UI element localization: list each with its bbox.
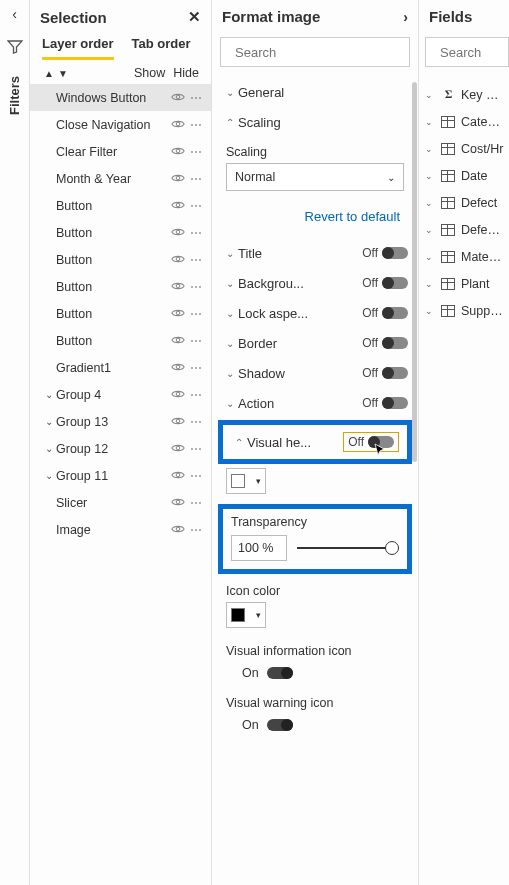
close-icon[interactable]: ✕: [188, 8, 201, 26]
more-options-icon[interactable]: ⋯: [187, 388, 205, 402]
more-options-icon[interactable]: ⋯: [187, 469, 205, 483]
tab-layer-order[interactable]: Layer order: [42, 36, 114, 60]
more-options-icon[interactable]: ⋯: [187, 523, 205, 537]
move-up-icon[interactable]: ▲: [42, 68, 56, 79]
layer-row[interactable]: Close Navigation⋯: [30, 111, 211, 138]
visibility-icon[interactable]: [169, 172, 187, 186]
field-row[interactable]: ⌄Material: [423, 243, 505, 270]
layer-row[interactable]: ⌄Group 11⋯: [30, 462, 211, 489]
shadow-toggle[interactable]: [382, 367, 408, 379]
field-row[interactable]: ⌄Date: [423, 162, 505, 189]
more-options-icon[interactable]: ⋯: [187, 91, 205, 105]
visual-warning-icon-toggle[interactable]: [267, 719, 293, 731]
more-options-icon[interactable]: ⋯: [187, 334, 205, 348]
more-options-icon[interactable]: ⋯: [187, 280, 205, 294]
revert-to-default-button[interactable]: Revert to default: [218, 199, 412, 238]
background-color-picker[interactable]: ▾: [226, 468, 266, 494]
section-general[interactable]: ⌄ General: [218, 77, 412, 107]
layer-row[interactable]: ⌄Group 4⋯: [30, 381, 211, 408]
tab-tab-order[interactable]: Tab order: [132, 36, 191, 60]
fields-search[interactable]: [425, 37, 509, 67]
more-options-icon[interactable]: ⋯: [187, 496, 205, 510]
collapse-selection-icon[interactable]: ‹: [12, 6, 17, 22]
section-scaling[interactable]: ⌃ Scaling: [218, 107, 412, 137]
field-row[interactable]: ⌄Cost/Hr: [423, 135, 505, 162]
section-background[interactable]: ⌄ Backgrou... Off: [218, 268, 412, 298]
more-options-icon[interactable]: ⋯: [187, 226, 205, 240]
transparency-input[interactable]: 100 %: [231, 535, 287, 561]
layer-row[interactable]: Month & Year⋯: [30, 165, 211, 192]
field-row[interactable]: ⌄DefectTy: [423, 216, 505, 243]
visibility-icon[interactable]: [169, 388, 187, 402]
more-options-icon[interactable]: ⋯: [187, 172, 205, 186]
field-row[interactable]: ⌄𝚺Key Mea: [423, 81, 505, 108]
icon-color-picker[interactable]: ▾: [226, 602, 266, 628]
layer-row[interactable]: Button⋯: [30, 273, 211, 300]
visibility-icon[interactable]: [169, 442, 187, 456]
layer-row[interactable]: Image⋯: [30, 516, 211, 543]
layer-row[interactable]: Windows Button⋯: [30, 84, 211, 111]
layer-row[interactable]: ⌄Group 13⋯: [30, 408, 211, 435]
visual-info-icon-toggle[interactable]: [267, 667, 293, 679]
visibility-icon[interactable]: [169, 226, 187, 240]
visibility-icon[interactable]: [169, 118, 187, 132]
layer-row[interactable]: Button⋯: [30, 192, 211, 219]
scaling-dropdown[interactable]: Normal ⌄: [226, 163, 404, 191]
scrollbar-thumb[interactable]: [412, 82, 417, 462]
visibility-icon[interactable]: [169, 523, 187, 537]
visibility-icon[interactable]: [169, 199, 187, 213]
section-lock-aspect[interactable]: ⌄ Lock aspe... Off: [218, 298, 412, 328]
more-options-icon[interactable]: ⋯: [187, 253, 205, 267]
more-options-icon[interactable]: ⋯: [187, 415, 205, 429]
section-shadow[interactable]: ⌄ Shadow Off: [218, 358, 412, 388]
hide-all-button[interactable]: Hide: [173, 66, 199, 80]
filters-tab[interactable]: Filters: [7, 72, 22, 119]
field-row[interactable]: ⌄Defect: [423, 189, 505, 216]
visibility-icon[interactable]: [169, 145, 187, 159]
action-toggle[interactable]: [382, 397, 408, 409]
show-all-button[interactable]: Show: [134, 66, 165, 80]
visibility-icon[interactable]: [169, 469, 187, 483]
more-options-icon[interactable]: ⋯: [187, 307, 205, 321]
layer-row[interactable]: Slicer⋯: [30, 489, 211, 516]
more-options-icon[interactable]: ⋯: [187, 145, 205, 159]
layer-row[interactable]: Button⋯: [30, 246, 211, 273]
visibility-icon[interactable]: [169, 91, 187, 105]
visibility-icon[interactable]: [169, 334, 187, 348]
more-options-icon[interactable]: ⋯: [187, 118, 205, 132]
visibility-icon[interactable]: [169, 280, 187, 294]
layer-row[interactable]: ⌄Group 12⋯: [30, 435, 211, 462]
format-search[interactable]: [220, 37, 410, 67]
layer-row[interactable]: Button⋯: [30, 300, 211, 327]
collapse-format-icon[interactable]: ›: [403, 9, 408, 25]
visibility-icon[interactable]: [169, 253, 187, 267]
section-visual-header[interactable]: ⌃ Visual he... Off: [227, 429, 403, 455]
transparency-slider[interactable]: [297, 547, 399, 549]
field-row[interactable]: ⌄Plant: [423, 270, 505, 297]
layer-row[interactable]: Clear Filter⋯: [30, 138, 211, 165]
more-options-icon[interactable]: ⋯: [187, 199, 205, 213]
layer-row[interactable]: Button⋯: [30, 219, 211, 246]
section-title[interactable]: ⌄ Title Off: [218, 238, 412, 268]
layer-row[interactable]: Gradient1⋯: [30, 354, 211, 381]
more-options-icon[interactable]: ⋯: [187, 442, 205, 456]
visibility-icon[interactable]: [169, 361, 187, 375]
visibility-icon[interactable]: [169, 307, 187, 321]
title-toggle[interactable]: [382, 247, 408, 259]
filters-funnel-icon[interactable]: [7, 40, 23, 54]
section-action[interactable]: ⌄ Action Off: [218, 388, 412, 418]
visibility-icon[interactable]: [169, 415, 187, 429]
field-row[interactable]: ⌄Supplier: [423, 297, 505, 324]
slider-thumb[interactable]: [385, 541, 399, 555]
search-input[interactable]: [233, 44, 405, 61]
more-options-icon[interactable]: ⋯: [187, 361, 205, 375]
background-toggle[interactable]: [382, 277, 408, 289]
move-down-icon[interactable]: ▼: [56, 68, 70, 79]
section-border[interactable]: ⌄ Border Off: [218, 328, 412, 358]
border-toggle[interactable]: [382, 337, 408, 349]
visibility-icon[interactable]: [169, 496, 187, 510]
search-input[interactable]: [438, 44, 509, 61]
field-row[interactable]: ⌄Category: [423, 108, 505, 135]
visual-header-toggle[interactable]: [368, 436, 394, 448]
layer-row[interactable]: Button⋯: [30, 327, 211, 354]
